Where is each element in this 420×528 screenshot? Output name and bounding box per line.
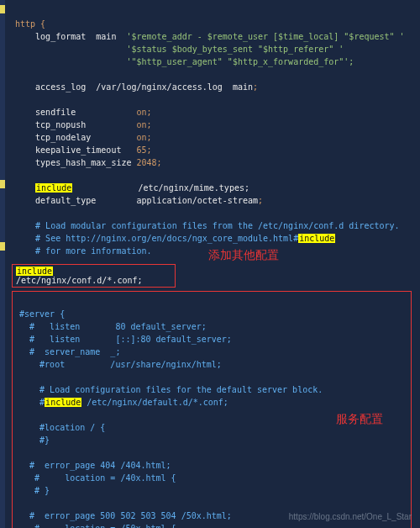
code-text: /etc/nginx/default.d/*.conf; [81,398,228,407]
code-editor: http { log_format main '$remote_addr - $… [0,0,420,262]
comment: # } [19,486,50,495]
comment: # See http://nginx.org/en/docs/ngx_core_… [15,234,298,243]
server-box: #server { # listen 80 default_server; # … [12,291,412,528]
comment: # Load configuration files for the defau… [19,385,323,394]
code-text: 65 [137,145,147,155]
comment: # listen [::]:80 default_server; [19,335,232,344]
code-text: keepalive_timeout [15,145,137,155]
code-text: /etc/nginx/conf.d/*.conf; [16,276,143,285]
code-text: log_format main [15,32,126,41]
comment: # Load modular configuration files from … [15,221,400,230]
code-text: on [137,133,147,142]
comment: # location = /50x.html { [19,524,176,528]
gutter-mark [0,242,5,251]
code-text: default_type application/octet-stream [15,196,258,205]
highlight-include: include [16,267,53,276]
code-text: ; [147,145,152,155]
gutter-mark [0,5,5,13]
highlight-include: include [35,183,72,193]
code-text: tcp_nopush [15,120,137,129]
comment: #root /usr/share/nginx/html; [19,360,222,369]
code-text: access_log /var/log/nginx/access.log mai… [15,82,253,92]
highlight-include: include [45,398,81,407]
comment: # for more information. [15,246,152,256]
include-box: include /etc/nginx/conf.d/*.conf; [12,264,176,288]
comment: # server_name _; [19,347,120,356]
code-text: ; [147,120,152,129]
code-line: http { [15,19,45,29]
comment: # location = /40x.html { [19,473,176,483]
code-text: ; [157,158,162,167]
comment: # error_page 500 502 503 504 /50x.html; [19,511,232,520]
comment: #} [19,436,50,445]
code-text: on [137,108,147,117]
code-text: ; [253,82,258,92]
code-text: default_server; [125,322,206,331]
code-text: 2048 [137,158,157,167]
code-text: 80 [115,322,125,331]
code-text: tcp_nodelay [15,133,137,142]
code-text: ; [258,196,263,205]
code-text: ; [147,133,152,142]
code-text: '$status $body_bytes_sent "$http_referer… [15,45,344,54]
gutter [0,0,5,528]
comment: # error_page 404 /404.html; [19,461,171,470]
code-text: on [137,120,147,129]
annotation-add-config: 添加其他配置 [208,248,279,263]
highlight-include: include [298,234,335,243]
watermark: https://blog.csdn.net/One_L_Star [289,512,412,521]
comment: #server { [19,309,65,319]
code-text: '"$http_user_agent" "$http_x_forwarded_f… [15,57,354,66]
code-text: ; [147,108,152,117]
comment: # [19,398,45,407]
code-text: sendfile [15,108,137,117]
code-text: types_hash_max_size [15,158,137,167]
code-text: /etc/nginx/mime.types; [72,183,249,193]
comment: # listen [19,322,115,331]
code-text: '$remote_addr - $remote_user [$time_loca… [126,32,404,41]
annotation-server-config: 服务配置 [336,412,383,427]
comment: #location / { [19,423,105,432]
gutter-mark [0,180,5,188]
